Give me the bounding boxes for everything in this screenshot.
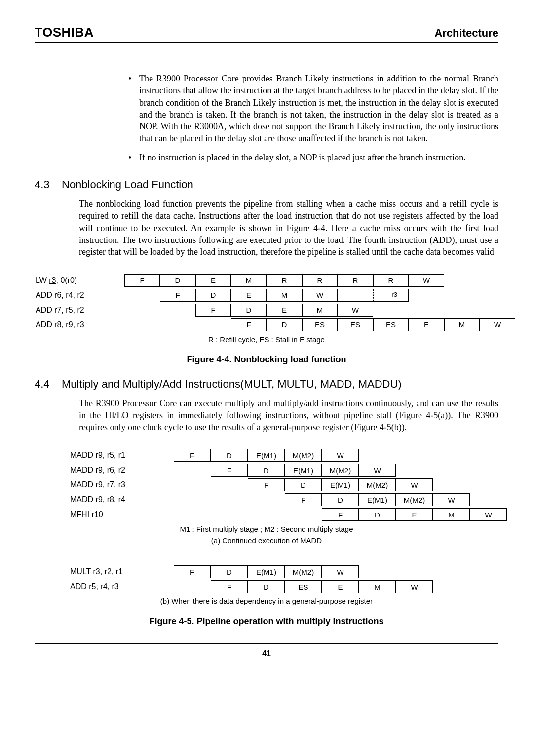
pipe-cell: F (211, 464, 248, 477)
pipe-spacer (211, 478, 248, 491)
instr-label: ADD r7, r5, r2 (35, 306, 124, 315)
pipe-spacer (124, 304, 160, 317)
section-body: The R3900 Processor Core can execute mul… (79, 398, 498, 434)
pipe-cell: W (433, 493, 470, 506)
pipe-cell: W (480, 318, 515, 331)
pipe-cell: F (174, 449, 211, 462)
pipeline-figure-4-4: LW r3, 0(r0) F D E M R R R R W ADD r6, r… (35, 273, 498, 332)
pipe-cell: F (285, 493, 322, 506)
instr-label: ADD r8, r9, r3 (35, 320, 124, 329)
pipe-cell: E(M1) (322, 478, 359, 491)
pipe-cell: M(M2) (285, 449, 322, 462)
pipe-cell: R (302, 274, 338, 287)
section-number: 4.3 (35, 178, 62, 191)
pipe-cell: M(M2) (322, 464, 359, 477)
pipe-cell: D (322, 493, 359, 506)
pipe-cell: M (231, 274, 266, 287)
pipe-spacer (124, 318, 160, 331)
pipe-cell: D (195, 289, 231, 302)
pipe-cell: M (266, 289, 302, 302)
pipe-spacer (174, 508, 211, 521)
instr-label: MADD r9, r6, r2 (69, 466, 174, 475)
instr-label: MADD r9, r8, r4 (69, 495, 174, 504)
pipe-cell: M(M2) (396, 493, 433, 506)
pipeline-figure-4-5a: MADD r9, r5, r1 F D E(M1) M(M2) W MADD r… (69, 448, 498, 522)
pipe-spacer (195, 318, 231, 331)
pipe-cell: ES (338, 318, 373, 331)
pipe-cell: M(M2) (359, 478, 396, 491)
bullet-item: If no instruction is placed in the delay… (128, 152, 498, 163)
instr-label: MADD r9, r5, r1 (69, 451, 174, 460)
pipe-spacer (285, 508, 322, 521)
instr-label: MFHI r10 (69, 510, 174, 519)
pipe-cell: E (231, 289, 266, 302)
pipe-cell: E(M1) (285, 464, 322, 477)
section-title: Architecture (434, 27, 498, 40)
pipe-cell: E(M1) (248, 449, 285, 462)
pipe-cell: D (211, 565, 248, 578)
pipe-cell: R (338, 274, 373, 287)
pipe-cell: W (322, 449, 359, 462)
section-title-text: Nonblocking Load Function (62, 178, 193, 191)
pipe-spacer (174, 580, 211, 593)
pipe-cell: D (211, 449, 248, 462)
pipe-cell: E (396, 508, 433, 521)
pipe-cell: F (174, 565, 211, 578)
pipe-cell: E (322, 580, 359, 593)
dashed-divider (373, 289, 374, 301)
brand-logo: TOSHIBA (35, 25, 94, 40)
pipe-cell: E(M1) (359, 493, 396, 506)
pipe-cell: D (266, 318, 302, 331)
pipe-cell: ES (302, 318, 338, 331)
section-number: 4.4 (35, 378, 62, 391)
pipe-cell: F (322, 508, 359, 521)
section-title-text: Multiply and Multiply/Add Instructions(M… (62, 378, 402, 391)
pipe-cell: E (409, 318, 444, 331)
pipe-cell: F (124, 274, 160, 287)
pipeline-figure-4-5b: MULT r3, r2, r1 F D E(M1) M(M2) W ADD r5… (69, 564, 498, 594)
pipe-spacer (174, 478, 211, 491)
figure-note: M1 : First multiply stage ; M2 : Second … (35, 525, 498, 533)
page-header: TOSHIBA Architecture (35, 25, 498, 43)
pipe-cell: ES (285, 580, 322, 593)
pipe-spacer (174, 493, 211, 506)
pipe-cell: W (409, 274, 444, 287)
pipe-cell: D (231, 304, 266, 317)
pipe-cell: F (231, 318, 266, 331)
instr-label: LW r3, 0(r0) (35, 276, 124, 285)
pipe-cell: R (266, 274, 302, 287)
pipe-cell: W (470, 508, 507, 521)
pipe-cell: E(M1) (248, 565, 285, 578)
figure-subcaption: (b) When there is data dependency in a g… (35, 597, 498, 605)
pipe-cell: W (302, 289, 338, 302)
instr-label: MADD r9, r7, r3 (69, 480, 174, 489)
pipe-spacer (248, 493, 285, 506)
figure-caption: Figure 4-4. Nonblocking load function (35, 355, 498, 365)
figure-subcaption: (a) Continued execution of MADD (35, 536, 498, 545)
pipe-cell: M (359, 580, 396, 593)
pipe-cell: E (195, 274, 231, 287)
pipe-cell: F (211, 580, 248, 593)
pipe-spacer (160, 304, 195, 317)
pipe-cell: D (248, 580, 285, 593)
figure-note: R : Refill cycle, ES : Stall in E stage (35, 335, 498, 344)
pipe-spacer (174, 464, 211, 477)
pipe-cell: W (396, 478, 433, 491)
pipe-spacer (248, 508, 285, 521)
pipe-cell: W (359, 464, 396, 477)
pipe-cell: D (359, 508, 396, 521)
pipe-cell: D (285, 478, 322, 491)
section-heading: 4.4 Multiply and Multiply/Add Instructio… (35, 378, 498, 391)
page-number: 41 (35, 649, 498, 658)
bullet-item: The R3900 Processor Core provides Branch… (128, 73, 498, 145)
pipe-cell: ES (373, 318, 409, 331)
pipe-spacer (211, 508, 248, 521)
pipe-cell: M (444, 318, 480, 331)
pipe-spacer (124, 289, 160, 302)
pipe-cell: W (338, 304, 373, 317)
pipe-spacer (211, 493, 248, 506)
pipe-cell: D (248, 464, 285, 477)
pipe-cell: F (160, 289, 195, 302)
pipe-cell: M (302, 304, 338, 317)
pipe-cell: F (195, 304, 231, 317)
